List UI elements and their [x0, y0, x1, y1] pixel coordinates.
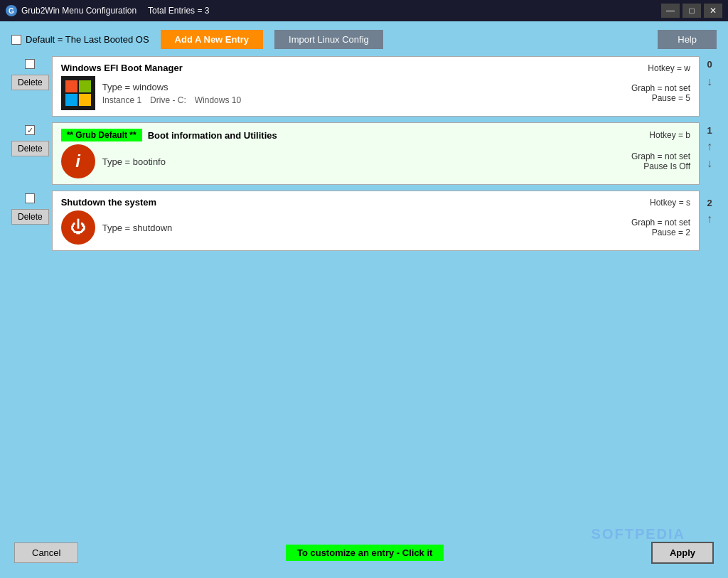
entry-1-checkbox[interactable] — [25, 125, 35, 135]
entry-2-pause: Pause = 2 — [652, 228, 690, 237]
entry-0-meta: Instance 1 Drive - C: Windows 10 — [102, 95, 584, 105]
entry-2-title-area: Shutdown the system — [61, 197, 156, 208]
entry-1-details: Type = bootinfo — [102, 156, 584, 167]
entry-2-details: Type = shutdown — [102, 223, 584, 233]
entry-0-checkbox[interactable] — [25, 59, 35, 69]
entry-card-2[interactable]: Shutdown the system Hotkey = s ⏻ Type = … — [52, 191, 700, 251]
minimize-button[interactable]: — — [661, 4, 680, 18]
default-checkbox-area: Default = The Last Booted OS — [11, 34, 149, 45]
entry-0-number: 0 — [707, 59, 712, 70]
entry-2-graph: Graph = not set — [631, 218, 690, 228]
app-title: Grub2Win Menu Configuration — [21, 6, 136, 16]
entry-2-type: Type = shutdown — [102, 223, 584, 233]
bottom-toolbar: Cancel To customize an entry - Click it … — [11, 536, 717, 569]
entry-0-icon — [61, 76, 95, 110]
entry-col-0: Delete — [11, 56, 49, 90]
entry-2-right: Graph = not set Pause = 2 — [591, 218, 690, 237]
entry-card-1[interactable]: ** Grub Default ** Boot information and … — [52, 122, 700, 185]
main-window: G Grub2Win Menu Configuration Total Entr… — [0, 0, 728, 578]
entry-0-down-arrow[interactable]: ↓ — [704, 74, 715, 90]
close-button[interactable]: ✕ — [704, 4, 722, 18]
add-entry-button[interactable]: Add A New Entry — [161, 30, 264, 49]
apply-button[interactable]: Apply — [651, 542, 714, 564]
entry-1-down-arrow[interactable]: ↓ — [704, 156, 715, 171]
entry-1-number: 1 — [707, 125, 712, 136]
entry-0-delete-button[interactable]: Delete — [11, 75, 49, 90]
entry-0-pause: Pause = 5 — [652, 93, 690, 103]
entry-1-hotkey: Hotkey = b — [649, 130, 690, 140]
hint-text: To customize an entry - Click it — [286, 545, 444, 561]
entry-1-type: Type = bootinfo — [102, 156, 584, 167]
entry-1-arrows: 1 ↑ ↓ — [702, 122, 717, 174]
title-bar-left: G Grub2Win Menu Configuration Total Entr… — [6, 5, 209, 16]
entry-0-os: Windows 10 — [195, 95, 241, 105]
import-linux-button[interactable]: Import Linux Config — [274, 30, 383, 49]
entry-2-up-arrow[interactable]: ↑ — [704, 211, 715, 227]
entry-1-title-area: ** Grub Default ** Boot information and … — [61, 129, 277, 141]
entry-col-1: Delete — [11, 122, 49, 156]
default-os-checkbox[interactable] — [11, 35, 21, 45]
entry-group-1: Delete ** Grub Default ** Boot informati… — [11, 122, 717, 185]
entry-0-header: Windows EFI Boot Manager Hotkey = w — [61, 63, 690, 73]
entry-1-delete-button[interactable]: Delete — [11, 141, 49, 156]
entry-0-instance: Instance 1 — [102, 95, 141, 105]
entry-1-right: Graph = not set Pause Is Off — [591, 151, 690, 171]
entry-1-pause: Pause Is Off — [643, 161, 690, 171]
spacer — [11, 296, 717, 530]
entry-2-icon: ⏻ — [61, 210, 95, 245]
entry-0-title: Windows EFI Boot Manager — [61, 63, 183, 73]
window-controls: — □ ✕ — [661, 4, 722, 18]
entry-card-0[interactable]: Windows EFI Boot Manager Hotkey = w Type — [52, 56, 700, 117]
entry-group-2: Delete Shutdown the system Hotkey = s ⏻ … — [11, 191, 717, 251]
entry-0-graph: Graph = not set — [631, 83, 690, 93]
entry-2-arrows: 2 ↑ — [702, 191, 717, 230]
entry-2-checkbox[interactable] — [25, 193, 35, 203]
entry-1-header: ** Grub Default ** Boot information and … — [61, 129, 690, 141]
top-toolbar: Default = The Last Booted OS Add A New E… — [11, 30, 717, 49]
entry-0-hotkey: Hotkey = w — [648, 63, 690, 73]
entry-0-drive: Drive - C: — [150, 95, 186, 105]
entry-2-hotkey: Hotkey = s — [650, 198, 690, 208]
entry-1-body: i Type = bootinfo Graph = not set Pause … — [61, 144, 690, 178]
entry-2-title: Shutdown the system — [61, 197, 156, 208]
entry-1-title: Boot information and Utilities — [148, 130, 277, 141]
entry-0-right: Graph = not set Pause = 5 — [591, 83, 690, 103]
entry-group-0: Delete Windows EFI Boot Manager Hotkey =… — [11, 56, 717, 117]
entry-1-grub-badge: ** Grub Default ** — [61, 129, 142, 141]
cancel-button[interactable]: Cancel — [14, 542, 78, 563]
total-entries: Total Entries = 3 — [148, 6, 209, 16]
title-bar: G Grub2Win Menu Configuration Total Entr… — [0, 0, 728, 21]
entry-1-up-arrow[interactable]: ↑ — [704, 139, 715, 154]
entry-0-type: Type = windows — [102, 82, 584, 92]
entry-0-body: Type = windows Instance 1 Drive - C: Win… — [61, 76, 690, 110]
entry-2-number: 2 — [707, 198, 712, 208]
entry-col-2: Delete — [11, 191, 49, 225]
entry-1-graph: Graph = not set — [631, 151, 690, 161]
entry-2-delete-button[interactable]: Delete — [11, 209, 49, 225]
entries-list: Delete Windows EFI Boot Manager Hotkey =… — [11, 56, 717, 289]
entry-2-body: ⏻ Type = shutdown Graph = not set Pause … — [61, 210, 690, 245]
entry-1-icon: i — [61, 144, 95, 178]
main-content: Default = The Last Booted OS Add A New E… — [0, 21, 728, 578]
entry-2-header: Shutdown the system Hotkey = s — [61, 197, 690, 208]
default-os-label: Default = The Last Booted OS — [26, 34, 149, 45]
app-icon: G — [6, 5, 17, 16]
help-button[interactable]: Help — [658, 30, 717, 49]
entry-0-title-area: Windows EFI Boot Manager — [61, 63, 183, 73]
entry-0-details: Type = windows Instance 1 Drive - C: Win… — [102, 82, 584, 105]
maximize-button[interactable]: □ — [682, 4, 701, 18]
entry-0-arrows: 0 ↓ — [702, 56, 717, 92]
